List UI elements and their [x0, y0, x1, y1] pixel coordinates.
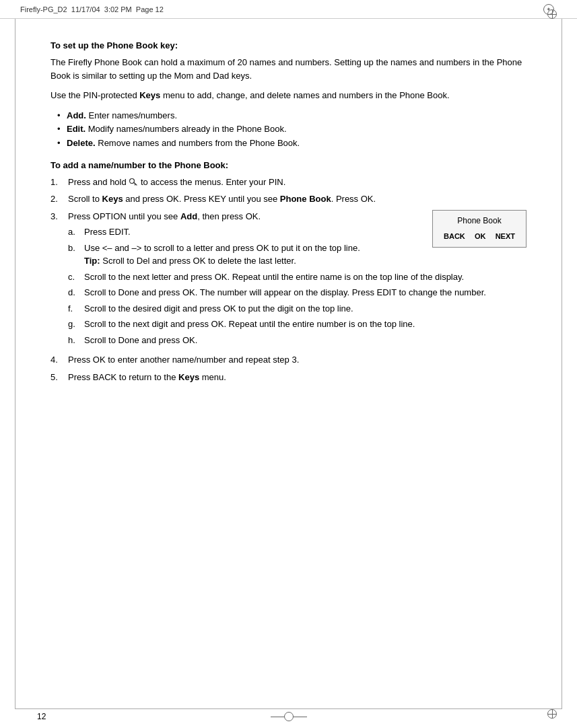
sub-step-d: d. Scroll to Done and press OK. The numb… — [68, 286, 527, 299]
step-3: 3. Phone Book BACK OK NEXT Press OPTION … — [50, 210, 527, 350]
sub-step-h: h. Scroll to Done and press OK. — [68, 334, 527, 347]
main-content: To set up the Phone Book key: The Firefl… — [37, 27, 540, 694]
bullet-list: Add. Enter names/numbers. Edit. Modify n… — [57, 109, 527, 151]
section1-para1: The Firefly Phone Book can hold a maximu… — [50, 56, 527, 82]
header-filename: Firefly-PG_D2 11/17/04 3:02 PM Page 12 — [20, 5, 541, 13]
next-label: NEXT — [496, 231, 515, 242]
list-item: Delete. Remove names and numbers from th… — [57, 137, 527, 151]
header-bar: Firefly-PG_D2 11/17/04 3:02 PM Page 12 + — [0, 0, 577, 19]
phone-book-buttons: BACK OK NEXT — [444, 231, 515, 242]
step-5: 5. Press BACK to return to the Keys menu… — [50, 371, 527, 384]
section1-para2: Use the PIN-protected Keys menu to add, … — [50, 89, 527, 102]
list-item: Add. Enter names/numbers. — [57, 109, 527, 123]
sub-step-f: f. Scroll to the desired digit and press… — [68, 302, 527, 316]
sub-step-b: b. Use <– and –> to scroll to a letter a… — [68, 242, 419, 268]
step-1: 1. Press and hold to access the menus. E… — [50, 176, 527, 189]
key-icon — [129, 177, 138, 186]
phone-book-ui: Phone Book BACK OK NEXT — [432, 210, 527, 248]
step-4: 4. Press OK to enter another name/number… — [50, 353, 527, 367]
sub-step-g: g. Scroll to the next digit and press OK… — [68, 318, 527, 331]
page-border-left — [15, 19, 15, 709]
reg-mark-bottom-right — [547, 709, 557, 719]
page-number: 12 — [37, 712, 46, 721]
bottom-reg-mark — [271, 712, 307, 721]
ok-label: OK — [475, 231, 486, 242]
page-border-right — [562, 19, 562, 709]
phone-book-title: Phone Book — [444, 215, 515, 227]
page-border-bottom — [15, 708, 562, 709]
section1-title: To set up the Phone Book key: — [50, 40, 527, 50]
back-label: BACK — [444, 231, 465, 242]
step-2: 2. Scroll to Keys and press OK. Press KE… — [50, 192, 527, 206]
steps-list: 1. Press and hold to access the menus. E… — [50, 176, 527, 384]
section2-title: To add a name/number to the Phone Book: — [50, 160, 527, 170]
sub-step-a: a. Press EDIT. — [68, 225, 419, 239]
sub-step-c: c. Scroll to the next letter and press O… — [68, 270, 527, 284]
reg-mark-top-right — [547, 9, 557, 19]
list-item: Edit. Modify names/numbers already in th… — [57, 122, 527, 137]
tip-block: Tip: Scroll to Del and press OK to delet… — [84, 256, 296, 266]
